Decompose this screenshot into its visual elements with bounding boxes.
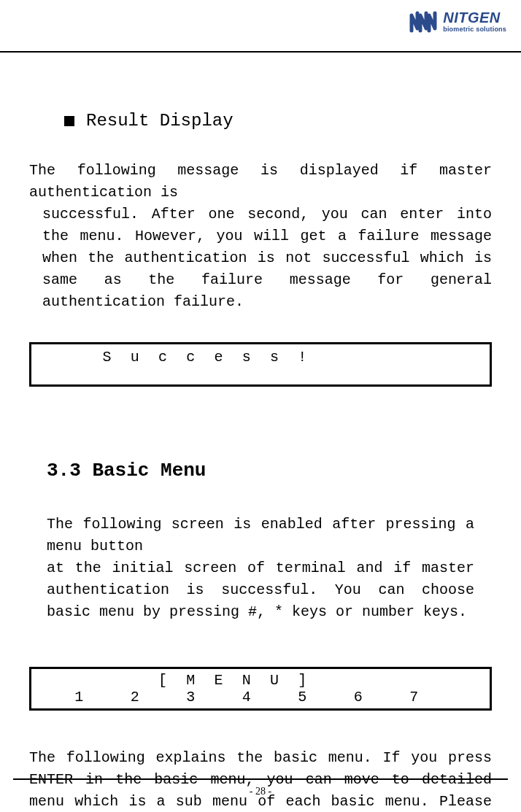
brand-logo: NITGEN biometric solutions xyxy=(409,10,506,33)
lcd-cell xyxy=(317,349,344,366)
lcd-cell: u xyxy=(121,349,149,366)
lcd-cell: S xyxy=(93,349,121,366)
square-bullet-icon xyxy=(64,116,74,126)
lcd-cell: 6 xyxy=(344,689,372,705)
lcd-display-success: S u c c e s s ! xyxy=(29,342,492,387)
logo-brand-name: NITGEN xyxy=(443,10,506,25)
lcd-cell xyxy=(456,689,484,705)
lcd-cell: 2 xyxy=(121,689,149,705)
paragraph-result-display: The following message is displayed if ma… xyxy=(29,160,492,313)
lcd-cell xyxy=(65,349,93,366)
lcd-cell: 1 xyxy=(65,689,93,705)
lcd-cell: ] xyxy=(288,672,316,689)
lcd-cell xyxy=(372,672,400,689)
lcd-cell xyxy=(65,672,93,689)
page-content: Result Display The following message is … xyxy=(0,53,521,812)
lcd-cell: ! xyxy=(288,349,316,366)
lcd-cell xyxy=(400,672,428,689)
lcd-cell xyxy=(372,349,400,366)
lcd-cell: M xyxy=(177,672,204,689)
lcd-cell xyxy=(456,672,484,689)
page-header: NITGEN biometric solutions xyxy=(0,0,521,53)
lcd-cell xyxy=(428,349,456,366)
lcd-cell xyxy=(317,689,344,705)
lcd-cell xyxy=(428,689,456,705)
lcd-cell xyxy=(93,672,121,689)
lcd-cell xyxy=(149,689,177,705)
lcd-cell xyxy=(317,672,344,689)
logo-mark-icon xyxy=(409,11,439,33)
lcd-cell: c xyxy=(177,349,204,366)
subsection-heading: Result Display xyxy=(64,111,492,131)
para2-first-line: The following screen is enabled after pr… xyxy=(47,516,474,554)
lcd-cell: c xyxy=(149,349,177,366)
para1-remainder: successful. After one second, you can en… xyxy=(29,204,492,313)
lcd-display-menu: [ M E N U ] 1 2 3 4 xyxy=(29,667,492,711)
lcd-cell xyxy=(37,349,65,366)
lcd-cell: s xyxy=(260,349,288,366)
page-number: - 28 - xyxy=(0,786,521,797)
subsection-title: Result Display xyxy=(86,111,234,131)
lcd-cell: E xyxy=(205,672,233,689)
lcd-cell xyxy=(344,672,372,689)
lcd-cell: [ xyxy=(149,672,177,689)
lcd-menu-row-1: [ M E N U ] xyxy=(37,672,484,689)
section-heading: 3.3 Basic Menu xyxy=(47,460,492,482)
lcd-cell xyxy=(37,672,65,689)
paragraph-basic-menu-intro: The following screen is enabled after pr… xyxy=(47,514,474,623)
lcd-cell xyxy=(260,689,288,705)
footer-rule xyxy=(13,778,508,780)
para1-first-line: The following message is displayed if ma… xyxy=(29,162,492,201)
lcd-cell: U xyxy=(260,672,288,689)
logo-text: NITGEN biometric solutions xyxy=(443,10,506,33)
document-page: NITGEN biometric solutions Result Displa… xyxy=(0,0,521,812)
lcd-cell xyxy=(400,349,428,366)
lcd-cell: e xyxy=(205,349,233,366)
lcd-cell: 7 xyxy=(400,689,428,705)
lcd-cell xyxy=(456,349,484,366)
lcd-cell: 5 xyxy=(288,689,316,705)
lcd-row: S u c c e s s ! xyxy=(37,349,484,366)
logo-tagline: biometric solutions xyxy=(443,26,506,33)
lcd-menu-row-2: 1 2 3 4 5 6 7 xyxy=(37,689,484,705)
lcd-cell xyxy=(428,672,456,689)
lcd-cell xyxy=(121,672,149,689)
lcd-cell xyxy=(37,689,65,705)
lcd-cell: s xyxy=(233,349,260,366)
lcd-cell: 4 xyxy=(233,689,260,705)
lcd-cell xyxy=(205,689,233,705)
lcd-cell: N xyxy=(233,672,260,689)
para2-remainder: at the initial screen of terminal and if… xyxy=(47,557,474,623)
page-footer: - 28 - xyxy=(0,778,521,797)
lcd-cell xyxy=(372,689,400,705)
lcd-cell xyxy=(344,349,372,366)
lcd-cell xyxy=(93,689,121,705)
lcd-cell: 3 xyxy=(177,689,204,705)
